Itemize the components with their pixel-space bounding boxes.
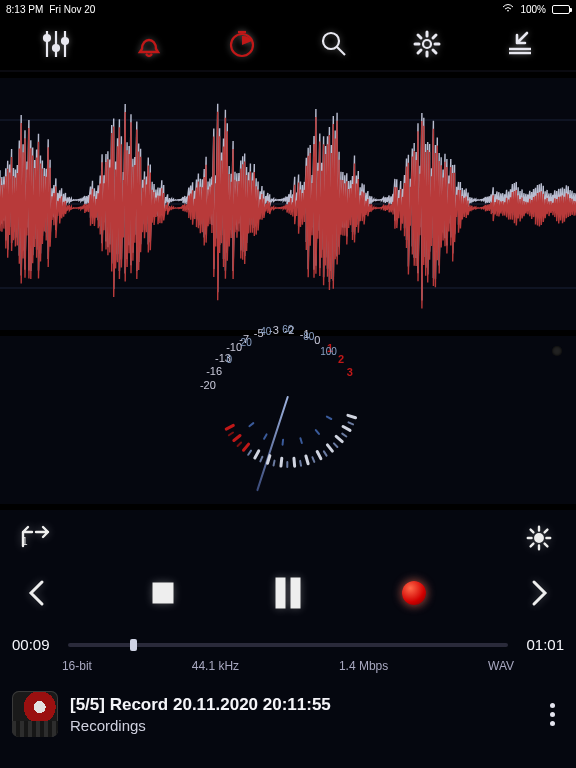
svg-rect-11 xyxy=(153,583,173,603)
previous-button[interactable] xyxy=(12,568,62,618)
transport-panel: 1 00:09 01:01 16-bit 44.1 kHz 1.4 M xyxy=(0,510,576,768)
svg-point-0 xyxy=(44,35,50,41)
recording-folder: Recordings xyxy=(70,717,528,734)
seek-knob[interactable] xyxy=(130,639,137,651)
time-elapsed: 00:09 xyxy=(12,636,58,653)
svg-rect-13 xyxy=(291,578,300,608)
status-time: 8:13 PM xyxy=(6,4,43,15)
svg-point-2 xyxy=(62,38,68,44)
recording-info[interactable]: [5/5] Record 20.11.2020 20:11:55 Recordi… xyxy=(70,695,528,734)
bell-icon[interactable] xyxy=(125,24,173,64)
format-rate: 44.1 kHz xyxy=(192,659,239,673)
collapse-icon[interactable] xyxy=(496,24,544,64)
svg-point-1 xyxy=(53,45,59,51)
format-row: 16-bit 44.1 kHz 1.4 Mbps WAV xyxy=(12,659,564,673)
status-date: Fri Nov 20 xyxy=(49,4,95,15)
equalizer-icon[interactable] xyxy=(32,24,80,64)
battery-percent: 100% xyxy=(520,4,546,15)
next-button[interactable] xyxy=(514,568,564,618)
time-total: 01:01 xyxy=(518,636,564,653)
more-menu-icon[interactable] xyxy=(540,703,564,726)
svg-point-5 xyxy=(423,40,431,48)
repeat-mode-icon[interactable]: 1 xyxy=(12,513,62,563)
format-bits: 16-bit xyxy=(62,659,92,673)
svg-rect-12 xyxy=(276,578,285,608)
clip-indicator xyxy=(552,346,562,356)
pause-button[interactable] xyxy=(263,568,313,618)
battery-icon xyxy=(552,5,570,14)
transport-settings-gear-icon[interactable] xyxy=(514,513,564,563)
meter-needle xyxy=(256,396,289,492)
waveform-display[interactable] xyxy=(0,78,576,330)
search-icon[interactable] xyxy=(310,24,358,64)
timer-icon[interactable] xyxy=(218,24,266,64)
svg-point-4 xyxy=(323,33,339,49)
status-bar: 8:13 PM Fri Nov 20 100% xyxy=(0,0,576,18)
svg-text:1: 1 xyxy=(22,536,28,547)
wifi-icon xyxy=(502,4,514,15)
record-icon xyxy=(402,581,426,605)
recording-thumbnail[interactable] xyxy=(12,691,58,737)
seek-bar[interactable] xyxy=(68,643,508,647)
format-bitrate: 1.4 Mbps xyxy=(339,659,388,673)
top-toolbar xyxy=(0,18,576,72)
settings-gear-icon[interactable] xyxy=(403,24,451,64)
vu-meter: -20-16-13-10-7-5-3-2-10123020406080100 xyxy=(0,336,576,504)
format-codec: WAV xyxy=(488,659,514,673)
stop-button[interactable] xyxy=(138,568,188,618)
record-button[interactable] xyxy=(389,568,439,618)
svg-point-10 xyxy=(535,534,542,541)
recording-title: [5/5] Record 20.11.2020 20:11:55 xyxy=(70,695,528,715)
